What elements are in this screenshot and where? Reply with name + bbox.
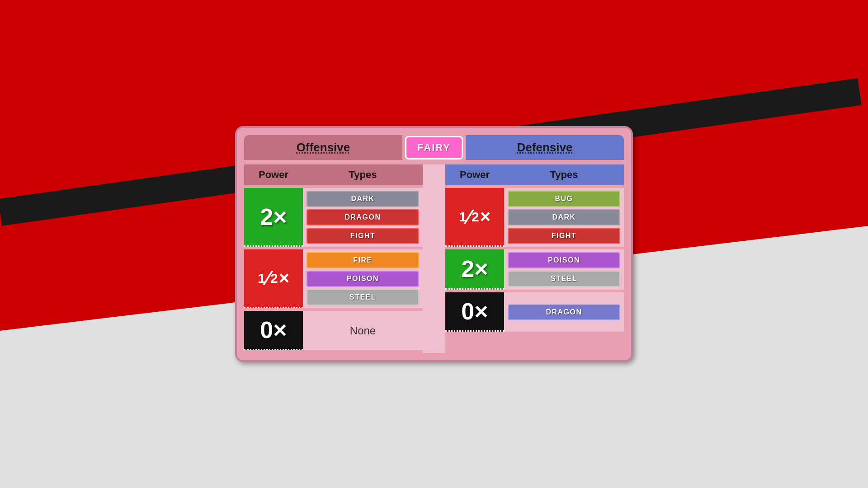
off-row-half: 1 ⁄ 2 × FIRE POISON STEEL (244, 249, 423, 308)
def-row-half: 1 ⁄ 2 × BUG DARK FIGHT (445, 188, 624, 247)
def-type-dark: DARK (508, 209, 620, 225)
card-header: Offensive FAIRY Defensive (244, 135, 624, 160)
off-power-header: Power (244, 164, 303, 185)
def-types-half: BUG DARK FIGHT (504, 188, 624, 247)
def-power-half: 1 ⁄ 2 × (445, 188, 504, 247)
off-power-0x: 0× (244, 311, 303, 350)
fairy-badge: FAIRY (405, 136, 463, 160)
def-power-0x-text: 0× (461, 298, 488, 325)
def-header-row: Power Types (445, 164, 624, 185)
def-type-steel: STEEL (508, 271, 620, 287)
off-power-0x-text: 0× (260, 316, 287, 343)
off-none-label: None (307, 324, 419, 337)
def-type-poison: POISON (508, 252, 620, 268)
def-half-display: 1 ⁄ 2 × (459, 206, 491, 227)
off-half-display: 1 ⁄ 2 × (258, 268, 289, 288)
def-power-2x: 2× (445, 249, 504, 290)
off-power-half: 1 ⁄ 2 × (244, 249, 303, 308)
card-body: Power Types 2× DARK DRAGON FIGHT 1 (244, 164, 624, 353)
off-type-poison: POISON (307, 271, 419, 287)
offensive-header: Offensive (244, 135, 402, 160)
off-row-2x: 2× DARK DRAGON FIGHT (244, 188, 423, 247)
type-chart-card: Offensive FAIRY Defensive Power Types 2×… (235, 126, 633, 362)
off-header-row: Power Types (244, 164, 423, 185)
offensive-title: Offensive (297, 141, 350, 154)
defensive-header: Defensive (466, 135, 624, 160)
off-types-2x: DARK DRAGON FIGHT (303, 188, 423, 247)
off-power-2x: 2× (244, 188, 303, 247)
fairy-label: FAIRY (417, 142, 451, 153)
def-types-0x: DRAGON (504, 292, 624, 332)
off-type-fight: FIGHT (307, 228, 419, 244)
def-type-fight: FIGHT (508, 228, 620, 244)
def-power-header: Power (445, 164, 504, 185)
def-power-0x: 0× (445, 292, 504, 332)
defensive-title: Defensive (517, 141, 573, 154)
def-types-2x: POISON STEEL (504, 249, 624, 290)
def-power-2x-text: 2× (461, 255, 488, 282)
off-row-0x: 0× None (244, 311, 423, 350)
off-type-steel: STEEL (307, 289, 419, 305)
def-row-0x: 0× DRAGON (445, 292, 624, 332)
center-divider (423, 164, 445, 353)
offensive-section: Power Types 2× DARK DRAGON FIGHT 1 (244, 164, 423, 353)
off-type-dragon: DRAGON (307, 209, 419, 225)
def-type-bug: BUG (508, 191, 620, 207)
off-types-header: Types (303, 164, 423, 185)
off-types-half: FIRE POISON STEEL (303, 249, 423, 308)
off-type-fire: FIRE (307, 252, 419, 268)
off-types-0x: None (303, 311, 423, 350)
def-row-2x: 2× POISON STEEL (445, 249, 624, 290)
def-type-dragon: DRAGON (508, 304, 620, 320)
off-type-dark: DARK (307, 191, 419, 207)
off-power-2x-text: 2× (260, 203, 287, 230)
def-types-header: Types (504, 164, 624, 185)
defensive-section: Power Types 1 ⁄ 2 × BUG DARK FIGHT (445, 164, 624, 353)
